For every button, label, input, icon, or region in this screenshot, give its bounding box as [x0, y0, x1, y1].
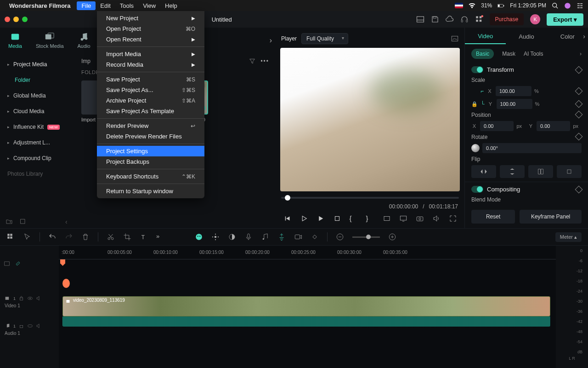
menu-item-render-preview[interactable]: Render Preview↩ — [97, 121, 204, 131]
flip-3-button[interactable] — [528, 165, 553, 178]
menu-item-new-project[interactable]: New Project▶ — [97, 13, 204, 23]
new-folder-icon[interactable]: + — [6, 218, 13, 225]
menu-item-project-settings[interactable]: Project Settings — [97, 146, 204, 156]
video-track-header[interactable]: 1 Video 1 — [0, 293, 59, 320]
delete-icon[interactable] — [81, 233, 90, 241]
maximize-window[interactable] — [22, 17, 28, 22]
flag-icon[interactable] — [455, 3, 463, 8]
menu-tools[interactable]: Tools — [115, 1, 138, 10]
sidebar-item-photos-library[interactable]: Photos Library — [0, 166, 75, 182]
apps-icon[interactable] — [475, 15, 483, 23]
text-tool-icon[interactable]: T — [140, 233, 148, 241]
redo-icon[interactable] — [65, 233, 73, 241]
keyframe-panel-button[interactable]: Keyframe Panel — [520, 210, 582, 224]
compositing-keyframe[interactable] — [575, 185, 583, 193]
cloud-icon[interactable] — [446, 15, 454, 23]
filter-icon[interactable] — [249, 58, 256, 65]
menu-edit[interactable]: Edit — [96, 1, 115, 10]
avatar[interactable]: K — [530, 14, 540, 24]
mute-icon[interactable] — [36, 295, 42, 301]
tabs-more-icon[interactable]: › — [270, 36, 272, 45]
menu-file[interactable]: File — [77, 1, 96, 10]
sidebar-item-project-media[interactable]: ▸Project Media — [0, 57, 75, 72]
menu-item-open-recent[interactable]: Open Recent▶ — [97, 34, 204, 45]
sidebar-item-influence-kit[interactable]: ▸Influence KitNEW — [0, 119, 75, 135]
select-tool-icon[interactable] — [23, 233, 31, 241]
menu-view[interactable]: View — [138, 1, 160, 10]
timeline-ruler[interactable]: :00:0000:00:05:0000:00:10:0000:00:15:000… — [59, 246, 556, 259]
track-display-icon[interactable] — [6, 233, 15, 241]
visibility-icon[interactable] — [27, 295, 33, 301]
marker[interactable] — [62, 279, 70, 288]
sidebar-item-global-media[interactable]: ▸Global Media — [0, 88, 75, 104]
record-icon[interactable] — [294, 233, 302, 241]
cut-icon[interactable] — [107, 233, 115, 241]
play-pause-icon[interactable] — [300, 214, 308, 223]
scale-y-input[interactable]: 100.00 — [497, 99, 532, 109]
audio-track-header[interactable]: 1 Audio 1 — [0, 320, 59, 348]
color-icon[interactable] — [228, 233, 236, 241]
rotate-input[interactable]: 0.00° — [482, 143, 582, 153]
video-clip[interactable]: video_20230809_113619 — [62, 296, 550, 316]
export-button[interactable]: Export ▾ — [547, 13, 583, 26]
save-icon[interactable] — [431, 15, 439, 23]
menu-item-save-project[interactable]: Save Project⌘S — [97, 74, 204, 85]
menu-item-save-project-as-template[interactable]: Save Project As Template — [97, 106, 204, 116]
scale-x-keyframe[interactable] — [575, 87, 583, 95]
crop-icon[interactable] — [123, 233, 131, 241]
menu-item-archive-project[interactable]: Archive Project⇧⌘A — [97, 95, 204, 106]
menu-item-record-media[interactable]: Record Media▶ — [97, 59, 204, 70]
scale-y-keyframe[interactable] — [575, 100, 583, 108]
play-icon[interactable] — [317, 214, 325, 223]
mark-out-icon[interactable]: } — [366, 214, 374, 223]
tab-stock-media[interactable]: Stock Media — [36, 32, 64, 49]
keyframe-tool-icon[interactable] — [311, 233, 319, 241]
sidebar-item-cloud-media[interactable]: ▸Cloud Media — [0, 104, 75, 119]
collapse-sidebar-icon[interactable]: ‹ — [65, 218, 68, 225]
preview-options-icon[interactable] — [383, 214, 391, 223]
mark-in-icon[interactable]: { — [350, 214, 358, 223]
visibility-audio-icon[interactable] — [27, 323, 33, 329]
subtabs-more-icon[interactable]: › — [580, 51, 582, 57]
pos-y-input[interactable]: 0.00 — [537, 121, 570, 131]
transform-keyframe[interactable] — [575, 66, 583, 74]
window-controls[interactable] — [5, 17, 28, 22]
purchase-button[interactable]: Purchase — [490, 13, 524, 25]
marker-icon[interactable] — [277, 233, 286, 241]
effects-icon[interactable] — [211, 233, 220, 241]
quality-select[interactable]: Full Quality — [301, 33, 348, 44]
link-clips-icon[interactable] — [15, 260, 21, 267]
zoom-slider[interactable] — [352, 236, 380, 238]
subtab-mask[interactable]: Mask — [502, 51, 515, 57]
clock[interactable]: Fri 1:29:05 PM — [510, 2, 546, 9]
menu-help[interactable]: Help — [160, 1, 182, 10]
inspector-tabs-more-icon[interactable]: › — [583, 33, 585, 40]
minimize-window[interactable] — [13, 17, 19, 22]
sidebar-item-folder[interactable]: Folder — [0, 72, 75, 88]
flip-vertical-button[interactable] — [500, 165, 525, 178]
pos-x-input[interactable]: 0.00 — [480, 121, 514, 131]
undo-icon[interactable] — [48, 233, 57, 241]
new-bin-icon[interactable] — [19, 218, 27, 225]
control-center-icon[interactable] — [577, 2, 583, 9]
prev-frame-icon[interactable] — [283, 214, 292, 223]
camera-icon[interactable] — [416, 214, 424, 223]
timeline-settings-icon[interactable] — [4, 260, 10, 267]
rotate-keyframe[interactable] — [575, 133, 583, 141]
fullscreen-icon[interactable] — [449, 214, 457, 223]
lock-track-icon[interactable] — [18, 295, 24, 301]
music-icon[interactable] — [261, 233, 269, 241]
menu-item-project-backups[interactable]: Project Backups — [97, 156, 204, 167]
stop-icon[interactable] — [333, 214, 341, 223]
flip-horizontal-button[interactable] — [471, 165, 496, 178]
zoom-in-icon[interactable] — [388, 233, 396, 241]
close-window[interactable] — [5, 17, 10, 22]
track-area[interactable]: :00:0000:00:05:0000:00:10:0000:00:15:000… — [59, 246, 556, 368]
tab-audio[interactable]: Audio — [78, 32, 90, 49]
ai-icon[interactable] — [195, 233, 203, 241]
flip-4-button[interactable] — [557, 165, 582, 178]
preview-scrubber[interactable] — [281, 197, 459, 199]
snapshot-settings-icon[interactable] — [451, 34, 459, 43]
menu-item-return-to-startup-window[interactable]: Return to Startup window — [97, 186, 204, 196]
position-keyframe[interactable] — [575, 111, 583, 119]
